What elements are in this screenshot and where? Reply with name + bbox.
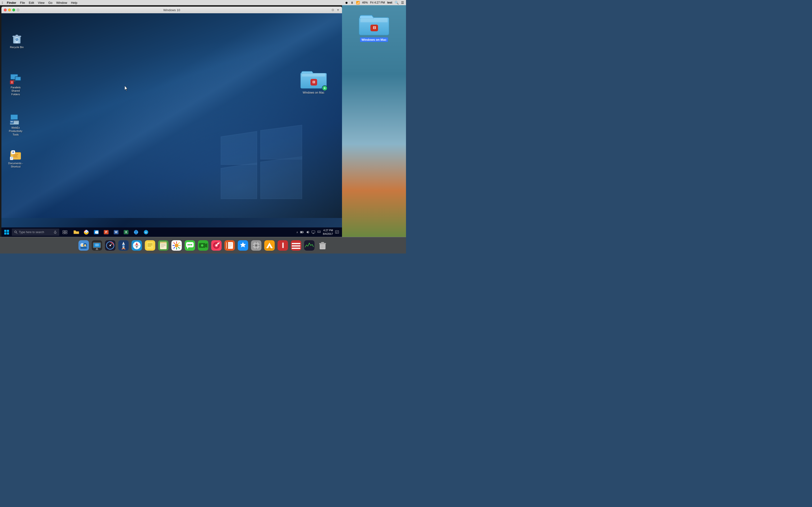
word-taskbar-button[interactable]: W xyxy=(111,228,121,236)
battery-status: 46% xyxy=(362,1,368,4)
record-button[interactable]: ⏺ xyxy=(345,1,348,4)
notification-icon[interactable]: ☰ xyxy=(401,1,404,4)
svg-point-41 xyxy=(15,231,16,233)
shared-folders-icon[interactable]: ∥ Parallels Shared Folders xyxy=(6,72,25,97)
svg-rect-69 xyxy=(312,231,315,233)
svg-point-98 xyxy=(122,244,124,246)
outlook-taskbar-button[interactable]: O xyxy=(92,228,101,236)
svg-point-84 xyxy=(84,244,86,247)
dock-system-prefs[interactable] xyxy=(250,239,262,251)
svg-text:A: A xyxy=(12,151,14,154)
dock-messages[interactable] xyxy=(184,239,196,251)
svg-text:X: X xyxy=(125,230,127,234)
windows-on-mac-folder[interactable]: ⊟ + Windows on Mac xyxy=(300,65,328,96)
svg-text:∥: ∥ xyxy=(281,242,284,248)
dock-appstore[interactable] xyxy=(237,239,249,251)
documents-label: Documents - Shortcut xyxy=(7,162,24,168)
svg-rect-48 xyxy=(65,232,67,234)
pause-button[interactable]: ⏸ xyxy=(350,1,354,4)
dock-facetime[interactable] xyxy=(197,239,209,251)
mac-sidebar-folder-label: Windows on Mac xyxy=(360,38,388,42)
svg-rect-85 xyxy=(80,247,87,249)
svg-rect-13 xyxy=(13,79,14,81)
dock-stickies[interactable] xyxy=(144,239,156,251)
chrome-taskbar-button[interactable] xyxy=(82,228,91,236)
view-menu[interactable]: View xyxy=(38,1,45,4)
extra-button[interactable] xyxy=(16,8,19,11)
mac-sidebar-folder-container[interactable]: ⊟ Windows on Mac xyxy=(359,10,389,42)
file-menu[interactable]: File xyxy=(20,1,25,4)
dock-itunes[interactable] xyxy=(210,239,223,251)
svg-rect-145 xyxy=(256,242,257,243)
svg-text:e: e xyxy=(145,231,147,234)
excel-taskbar-button[interactable]: X xyxy=(121,228,131,236)
recycle-bin-image: ♻ xyxy=(11,33,22,45)
vm-titlebar-right: ⚙ ▼ xyxy=(331,8,340,12)
action-center-icon[interactable] xyxy=(335,230,339,234)
dock-trash[interactable] xyxy=(316,239,329,251)
svg-point-51 xyxy=(86,231,87,233)
svg-text:W: W xyxy=(115,230,118,234)
dock-notes[interactable] xyxy=(157,239,169,251)
tray-up-arrow[interactable]: ∧ xyxy=(296,231,298,234)
dock-vlc[interactable] xyxy=(263,239,276,251)
dock-istatmenus[interactable] xyxy=(104,239,116,251)
taskbar-mic-icon xyxy=(54,230,57,234)
vm-window: Windows 10 ⚙ ▼ xyxy=(1,7,342,237)
close-button[interactable] xyxy=(4,8,7,11)
window-menu[interactable]: Window xyxy=(56,1,67,4)
svg-rect-47 xyxy=(63,232,65,234)
svg-point-89 xyxy=(96,248,98,249)
webex-icon[interactable]: WX WebEx Productivity Tools xyxy=(6,113,25,137)
spotlight-icon[interactable]: 🔍 xyxy=(395,1,399,4)
dock-activity-monitor[interactable] xyxy=(303,239,316,251)
svg-text:♻: ♻ xyxy=(15,38,18,42)
svg-rect-39 xyxy=(4,232,6,234)
svg-marker-0 xyxy=(221,163,257,199)
documents-shortcut-icon[interactable]: A ↗ Documents - Shortcut xyxy=(6,148,25,169)
menubar-left:  Finder File Edit View Go Window Help xyxy=(2,1,77,4)
dock-parallels-desktop[interactable] xyxy=(290,239,302,251)
vm-view-icon[interactable]: ▼ xyxy=(336,8,340,12)
start-button[interactable] xyxy=(2,228,11,236)
webex-label: WebEx Productivity Tools xyxy=(7,126,24,136)
go-menu[interactable]: Go xyxy=(48,1,52,4)
mac-menubar:  Finder File Edit View Go Window Help ⏺… xyxy=(0,0,406,5)
win-desktop: ♻ Recycle Bin xyxy=(1,13,342,227)
dock-rocket[interactable] xyxy=(117,239,130,251)
documents-image: A ↗ xyxy=(10,149,21,161)
mac-folder-icon: ⊟ xyxy=(359,10,389,36)
apple-menu[interactable]:  xyxy=(2,1,3,4)
dock-photos[interactable] xyxy=(170,239,183,251)
recycle-bin-icon[interactable]: ♻ Recycle Bin xyxy=(7,32,26,50)
finder-menu[interactable]: Finder xyxy=(7,1,16,4)
fullscreen-button[interactable] xyxy=(12,8,15,11)
vm-settings-icon[interactable]: ⚙ xyxy=(331,8,334,12)
svg-rect-43 xyxy=(55,231,56,232)
svg-point-126 xyxy=(201,244,203,247)
user-display: test xyxy=(387,1,392,4)
dock-safari[interactable] xyxy=(130,239,143,251)
help-menu[interactable]: Help xyxy=(71,1,77,4)
explorer-taskbar-button[interactable] xyxy=(71,228,81,236)
svg-marker-1 xyxy=(261,157,302,199)
powerpoint-taskbar-button[interactable]: P xyxy=(101,228,111,236)
ie-taskbar-button[interactable]: e xyxy=(141,228,151,236)
maps-taskbar-button[interactable] xyxy=(131,228,141,236)
task-view-button[interactable] xyxy=(60,228,70,236)
dock-finder[interactable] xyxy=(77,239,90,251)
battery-tray-icon xyxy=(300,230,304,234)
dock-parallels[interactable]: ∥ xyxy=(277,239,289,251)
svg-rect-40 xyxy=(7,232,9,234)
svg-point-120 xyxy=(187,244,189,245)
recycle-bin-label: Recycle Bin xyxy=(10,46,24,49)
dock-screen-capture[interactable] xyxy=(91,239,103,251)
edit-menu[interactable]: Edit xyxy=(29,1,34,4)
dock-ibooks[interactable] xyxy=(223,239,236,251)
taskbar-search[interactable]: Type here to search xyxy=(12,229,59,236)
minimize-button[interactable] xyxy=(8,8,11,11)
svg-text:∥: ∥ xyxy=(11,81,12,83)
svg-rect-68 xyxy=(301,231,303,233)
svg-marker-2 xyxy=(221,131,257,165)
svg-rect-67 xyxy=(303,232,304,233)
